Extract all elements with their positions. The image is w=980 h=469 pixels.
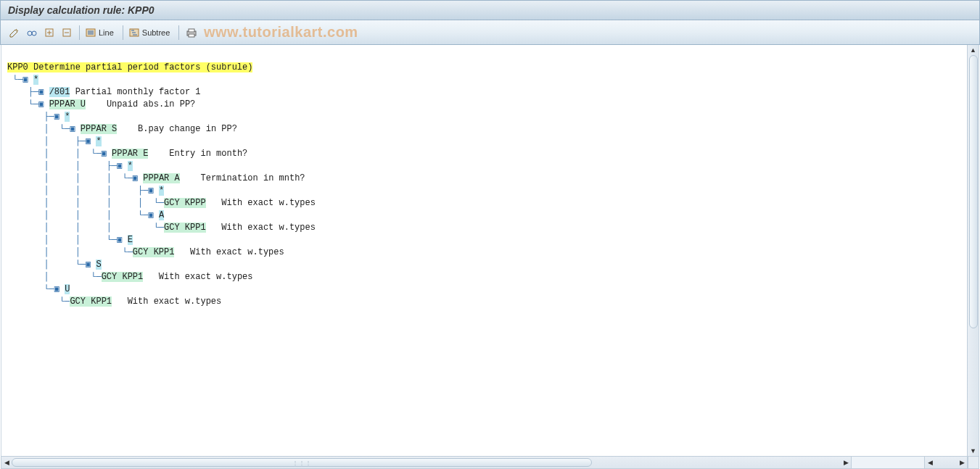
- separator: [79, 25, 80, 40]
- expand-icon[interactable]: [41, 25, 57, 41]
- tree-node[interactable]: PPPAR S: [81, 124, 117, 134]
- tree-desc: B.pay change in PP?: [138, 124, 237, 134]
- tree-node[interactable]: GCY KPPP: [164, 198, 206, 208]
- scroll-left-icon[interactable]: ◀: [925, 457, 935, 468]
- tree-node[interactable]: GCY KPP1: [133, 247, 175, 257]
- tree-node[interactable]: PPPAR U: [49, 99, 86, 109]
- tree-root[interactable]: KPP0 Determine partial period factors (s…: [7, 62, 252, 72]
- tree-desc: Unpaid abs.in PP?: [107, 99, 195, 109]
- tree-node[interactable]: A: [159, 210, 164, 220]
- tree-node[interactable]: *: [128, 161, 133, 171]
- tree-node[interactable]: *: [159, 186, 164, 196]
- tree-node[interactable]: U: [65, 284, 70, 294]
- tree-node[interactable]: PPPAR E: [112, 149, 148, 159]
- separator: [123, 25, 123, 40]
- scroll-left-icon[interactable]: ◀: [1, 457, 12, 468]
- tree-node[interactable]: GCY KPP1: [70, 296, 112, 307]
- scrollbar-corner: [968, 456, 979, 469]
- toolbar: Line Subtree www.tutorialkart.com: [0, 20, 980, 45]
- horizontal-scrollbar-secondary[interactable]: ◀ ▶: [924, 456, 968, 469]
- scroll-thumb[interactable]: [969, 55, 978, 328]
- horizontal-scrollbar-row: ◀ ⋮⋮⋮ ▶ ◀ ▶: [1, 456, 979, 469]
- tree-node[interactable]: *: [65, 112, 70, 122]
- tree-desc: With exact w.types: [221, 223, 316, 233]
- scroll-track[interactable]: [968, 55, 979, 446]
- svg-rect-8: [189, 34, 194, 37]
- print-icon[interactable]: [184, 25, 199, 41]
- vertical-scrollbar[interactable]: ▲ ▼: [967, 45, 979, 456]
- tree-node[interactable]: GCY KPP1: [164, 223, 206, 233]
- subtree-label: Subtree: [142, 28, 170, 37]
- scrollbar-gap: [852, 456, 924, 469]
- separator: [178, 25, 179, 40]
- glasses-icon[interactable]: [24, 25, 40, 41]
- tree-view[interactable]: KPP0 Determine partial period factors (s…: [1, 45, 979, 456]
- scroll-right-icon[interactable]: ▶: [957, 457, 967, 468]
- tree-desc: Termination in mnth?: [201, 173, 305, 183]
- tree-desc: With exact w.types: [190, 247, 284, 257]
- watermark: www.tutorialkart.com: [204, 24, 358, 41]
- tree-desc: Entry in month?: [169, 149, 247, 159]
- tree-node[interactable]: GCY KPP1: [102, 272, 144, 282]
- svg-rect-7: [189, 29, 194, 32]
- scroll-down-icon[interactable]: ▼: [968, 446, 979, 456]
- line-label: Line: [99, 28, 114, 37]
- tree-desc: With exact w.types: [221, 198, 316, 208]
- tree-node[interactable]: E: [128, 235, 133, 245]
- content-area: KPP0 Determine partial period factors (s…: [1, 45, 979, 456]
- edit-icon[interactable]: [7, 25, 22, 41]
- tree-node[interactable]: *: [33, 75, 38, 85]
- tree-node[interactable]: *: [96, 136, 101, 146]
- horizontal-scrollbar[interactable]: ◀ ⋮⋮⋮ ▶: [1, 456, 852, 469]
- svg-point-0: [28, 31, 32, 36]
- title-bar: Display calculation rule: KPP0: [0, 0, 980, 20]
- scroll-up-icon[interactable]: ▲: [968, 45, 979, 55]
- line-button[interactable]: Line: [84, 25, 118, 41]
- tree-desc: Partial monthly factor 1: [75, 87, 201, 97]
- page-title: Display calculation rule: KPP0: [8, 4, 155, 16]
- svg-point-1: [32, 31, 36, 36]
- tree-node[interactable]: /801: [49, 87, 70, 97]
- tree-desc: With exact w.types: [159, 272, 253, 282]
- scroll-track[interactable]: [935, 457, 957, 468]
- tree-node[interactable]: S: [96, 260, 101, 270]
- subtree-button[interactable]: Subtree: [128, 25, 175, 41]
- tree-node[interactable]: PPPAR A: [143, 173, 179, 183]
- collapse-icon[interactable]: [59, 25, 75, 41]
- scroll-track[interactable]: ⋮⋮⋮: [12, 457, 841, 468]
- tree-desc: With exact w.types: [128, 296, 222, 307]
- scroll-thumb[interactable]: ⋮⋮⋮: [12, 458, 592, 467]
- scroll-right-icon[interactable]: ▶: [841, 457, 851, 468]
